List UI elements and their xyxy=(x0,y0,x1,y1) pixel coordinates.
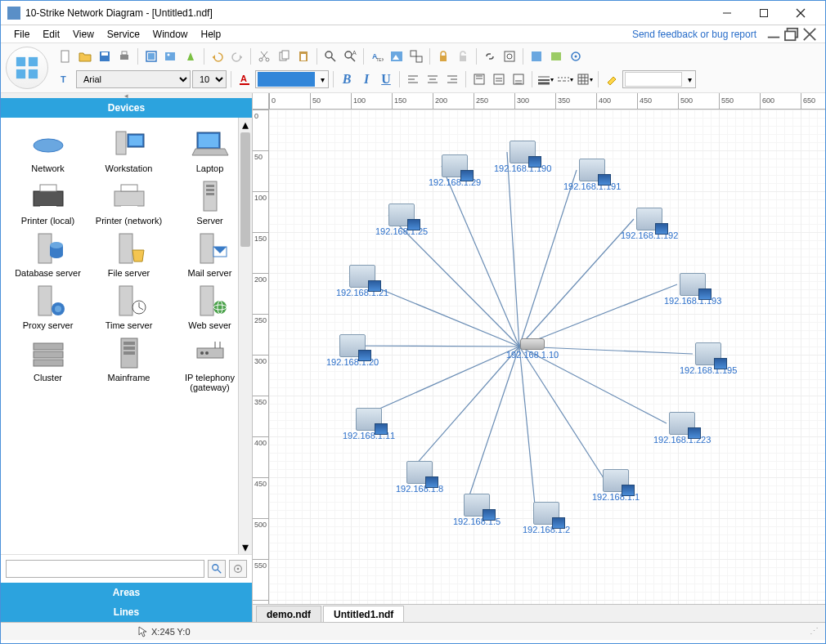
menu-view[interactable]: View xyxy=(66,29,101,40)
cut-button[interactable] xyxy=(255,47,273,65)
export-image-button[interactable] xyxy=(142,47,160,65)
device-palette-item[interactable]: Proxy server xyxy=(7,281,88,333)
diagram-node[interactable]: 192.168.1.11 xyxy=(343,408,395,441)
diagram-node[interactable]: 192.168.1.195 xyxy=(680,342,737,375)
underline-button[interactable]: U xyxy=(377,70,395,88)
menu-window[interactable]: Window xyxy=(146,29,195,40)
device-palette-item[interactable]: Time server xyxy=(88,281,169,333)
zoom-fit-button[interactable] xyxy=(501,47,518,65)
menu-file[interactable]: File xyxy=(7,29,36,40)
device-palette-item[interactable]: Network xyxy=(7,124,88,177)
diagram-node[interactable]: 192.168.1.29 xyxy=(429,154,481,187)
bg-color-combo[interactable]: ▾ xyxy=(622,70,696,88)
device-palette-item[interactable]: Cluster xyxy=(7,333,88,396)
mdi-close-button[interactable] xyxy=(802,29,817,40)
menu-help[interactable]: Help xyxy=(195,29,228,40)
diagram-hub-node[interactable]: 192.168.1.10 xyxy=(506,338,559,360)
align-left-button[interactable] xyxy=(404,70,422,88)
copy-button[interactable] xyxy=(275,47,293,65)
unlock-button[interactable] xyxy=(454,47,472,65)
highlight-button[interactable] xyxy=(603,70,621,88)
device-icon xyxy=(191,284,230,317)
print-button[interactable] xyxy=(115,47,133,65)
document-tab[interactable]: Untitled1.ndf xyxy=(323,606,404,622)
workstation-icon xyxy=(349,265,375,288)
find-button[interactable] xyxy=(321,47,339,65)
devices-scrollbar[interactable]: ▴ ▾ xyxy=(238,118,252,554)
diagram-node[interactable]: 192.168.1.5 xyxy=(453,494,501,526)
align-center-button[interactable] xyxy=(424,70,442,88)
insert-shape-button[interactable] xyxy=(182,47,200,65)
devices-search-button[interactable] xyxy=(208,560,226,578)
insert-picture-button[interactable] xyxy=(388,47,406,65)
save-button[interactable] xyxy=(96,47,114,65)
scroll-up-button[interactable]: ▴ xyxy=(239,118,252,132)
lines-panel-header[interactable]: Lines xyxy=(1,602,252,622)
lock-button[interactable] xyxy=(434,47,452,65)
device-palette-item[interactable]: Printer (network) xyxy=(88,177,169,229)
scan-network-button[interactable] xyxy=(6,47,48,89)
diagram-node[interactable]: 192.168.1.191 xyxy=(563,159,621,191)
group-button[interactable] xyxy=(407,47,425,65)
valign-middle-button[interactable] xyxy=(490,70,508,88)
line-dash-button[interactable]: ▾ xyxy=(556,70,574,88)
menu-service[interactable]: Service xyxy=(101,29,146,40)
insert-text-button[interactable]: ATEXT xyxy=(368,47,386,65)
new-button[interactable] xyxy=(56,47,74,65)
diagram-node[interactable]: 192.168.1.21 xyxy=(336,265,388,297)
devices-panel-header[interactable]: Devices xyxy=(1,98,252,118)
device-palette-item[interactable]: Printer (local) xyxy=(7,177,88,229)
diagram-node[interactable]: 192.168.1.8 xyxy=(396,461,443,494)
devices-settings-button[interactable] xyxy=(229,560,247,578)
mdi-minimize-button[interactable] xyxy=(766,29,781,40)
find-replace-button[interactable]: A xyxy=(341,47,359,65)
font-family-select[interactable]: Arial xyxy=(76,70,191,88)
minimize-button[interactable] xyxy=(708,1,745,25)
diagram-node[interactable]: 192.168.1.20 xyxy=(326,334,379,367)
close-button[interactable] xyxy=(782,1,819,25)
font-color-button[interactable]: A xyxy=(236,70,254,88)
paste-button[interactable] xyxy=(294,47,312,65)
scroll-down-button[interactable]: ▾ xyxy=(239,540,252,554)
map-view-button[interactable] xyxy=(527,47,545,65)
areas-panel-header[interactable]: Areas xyxy=(1,583,252,602)
diagram-node[interactable]: 192.168.1.1 xyxy=(592,469,640,502)
diagram-node[interactable]: 192.168.1.193 xyxy=(664,273,721,306)
diagram-node[interactable]: 192.168.1.190 xyxy=(494,141,551,173)
device-palette-item[interactable]: Mainframe xyxy=(88,333,169,396)
feedback-link[interactable]: Send feedback or bug report xyxy=(632,29,765,40)
device-palette-item[interactable]: Workstation xyxy=(88,124,169,177)
diagram-canvas[interactable]: 192.168.1.10192.168.1.190192.168.1.29192… xyxy=(269,110,825,622)
undo-button[interactable] xyxy=(209,47,227,65)
resize-grip[interactable]: ⋰ xyxy=(810,626,819,637)
document-tab[interactable]: demo.ndf xyxy=(256,606,321,622)
device-palette-item[interactable]: Database server xyxy=(7,229,88,281)
redo-button[interactable] xyxy=(228,47,246,65)
valign-top-button[interactable] xyxy=(470,70,488,88)
bold-button[interactable]: B xyxy=(338,70,356,88)
scroll-thumb[interactable] xyxy=(240,132,250,247)
fill-color-combo[interactable]: ▾ xyxy=(255,70,329,88)
font-size-select[interactable]: 10 xyxy=(192,70,227,88)
mdi-restore-button[interactable] xyxy=(784,29,799,40)
devices-search-input[interactable] xyxy=(6,560,204,578)
insert-image-button[interactable] xyxy=(162,47,180,65)
diagram-node[interactable]: 192.168.1.2 xyxy=(523,502,570,534)
settings-button[interactable] xyxy=(567,47,585,65)
link-button[interactable] xyxy=(481,47,499,65)
maximize-button[interactable] xyxy=(745,1,782,25)
diagram-node[interactable]: 192.168.1.25 xyxy=(375,203,428,236)
pattern-button[interactable]: ▾ xyxy=(576,70,594,88)
line-style-button[interactable]: ▾ xyxy=(536,70,554,88)
device-palette-item[interactable]: File server xyxy=(88,229,169,281)
node-label: 192.168.1.193 xyxy=(664,296,721,306)
italic-button[interactable]: I xyxy=(357,70,375,88)
valign-bottom-button[interactable] xyxy=(510,70,527,88)
open-button[interactable] xyxy=(76,47,94,65)
diagram-view-button[interactable] xyxy=(547,47,565,65)
diagram-node[interactable]: 192.168.1.192 xyxy=(621,208,678,240)
sidebar: ◂ Devices NetworkWorkstationLaptopPrinte… xyxy=(1,93,253,622)
diagram-node[interactable]: 192.168.1.223 xyxy=(653,412,711,445)
align-right-button[interactable] xyxy=(443,70,461,88)
menu-edit[interactable]: Edit xyxy=(36,29,66,40)
